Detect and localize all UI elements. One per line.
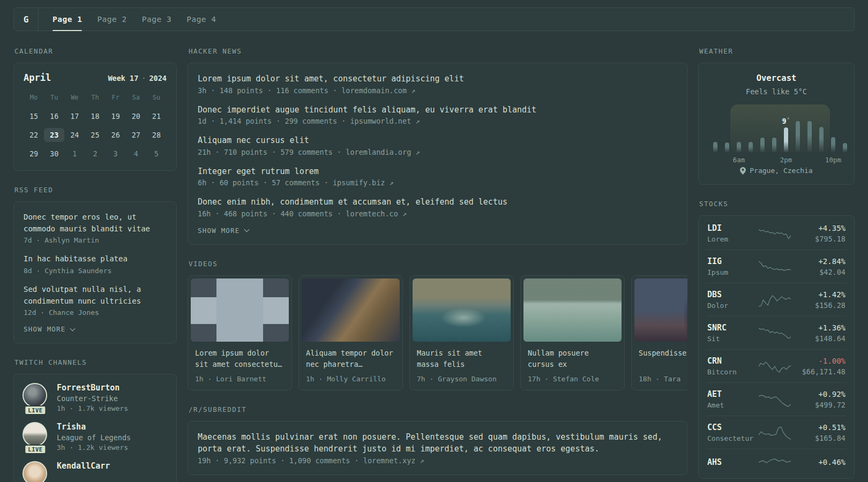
calendar-day-selected[interactable]: 23 bbox=[44, 128, 64, 142]
calendar-day[interactable]: 30 bbox=[44, 147, 64, 161]
twitch-channel-row[interactable]: KendallCarr bbox=[23, 461, 168, 482]
calendar-day[interactable]: 1 bbox=[64, 147, 85, 161]
calendar-day-header: Su bbox=[146, 92, 167, 104]
calendar-day[interactable]: 18 bbox=[85, 109, 105, 123]
calendar-day[interactable]: 5 bbox=[146, 147, 167, 161]
avatar bbox=[23, 461, 47, 482]
video-thumbnail[interactable] bbox=[191, 278, 289, 342]
stock-row[interactable]: IIG Ipsum +2.84% $42.04 bbox=[706, 250, 847, 283]
calendar-week-label: Week 17·2024 bbox=[108, 74, 167, 82]
stock-symbol[interactable]: AHS bbox=[707, 457, 759, 467]
video-title[interactable]: Lorem ipsum dolor sit amet consectetu… bbox=[195, 348, 285, 371]
stock-symbol[interactable]: AET bbox=[707, 389, 759, 399]
video-meta: 18h · Tara bbox=[639, 375, 687, 383]
stock-row[interactable]: CCS Consectetur +0.51% $165.84 bbox=[706, 416, 847, 449]
stock-row[interactable]: AHS +0.46% bbox=[706, 449, 847, 477]
video-thumbnail[interactable] bbox=[523, 278, 622, 342]
tab-page-1[interactable]: Page 1 bbox=[53, 8, 82, 31]
calendar-day[interactable]: 28 bbox=[146, 128, 167, 142]
calendar-day[interactable]: 22 bbox=[24, 128, 44, 142]
tab-page-3[interactable]: Page 3 bbox=[142, 8, 171, 31]
hn-item: Lorem ipsum dolor sit amet, consectetur … bbox=[198, 73, 677, 95]
stocks-widget: LDI Lorem +4.35% $795.18 IIG Ipsum bbox=[698, 215, 855, 479]
weather-location: Prague, Czechia bbox=[709, 167, 843, 175]
calendar-month-label: April bbox=[24, 72, 51, 83]
video-title[interactable]: Suspendisse diam bbox=[639, 348, 687, 371]
twitch-channel-row[interactable]: LIVE ForrestBurton Counter-Strike 1h · 1… bbox=[23, 383, 168, 412]
hn-item-title[interactable]: Lorem ipsum dolor sit amet, consectetur … bbox=[198, 73, 677, 85]
rss-item: Sed volutpat nulla nisl, a condimentum n… bbox=[24, 284, 167, 317]
video-card[interactable]: Lorem ipsum dolor sit amet consectetu… 1… bbox=[188, 275, 292, 390]
stock-row[interactable]: AET Amet +0.92% $499.72 bbox=[706, 383, 847, 416]
stock-symbol[interactable]: SNRC bbox=[707, 323, 759, 333]
calendar-day[interactable]: 3 bbox=[106, 147, 126, 161]
hn-item-title[interactable]: Integer eget rutrum lorem bbox=[198, 165, 677, 178]
twitch-channel-name[interactable]: Trisha bbox=[57, 422, 131, 432]
calendar-day[interactable]: 17 bbox=[64, 109, 85, 123]
dot-separator: · bbox=[138, 74, 149, 82]
calendar-day[interactable]: 25 bbox=[85, 128, 105, 142]
stock-price: $156.28 bbox=[791, 301, 845, 310]
reddit-widget: Maecenas mollis pulvinar erat non posuer… bbox=[188, 421, 687, 475]
twitch-channel-name[interactable]: ForrestBurton bbox=[57, 383, 128, 393]
video-thumbnail[interactable] bbox=[413, 278, 511, 342]
stocks-section: STOCKS LDI Lorem +4.35% $795.18 bbox=[698, 200, 855, 479]
stock-symbol[interactable]: DBS bbox=[707, 290, 759, 299]
reddit-post-title[interactable]: Maecenas mollis pulvinar erat non posuer… bbox=[198, 431, 677, 455]
calendar-day[interactable]: 21 bbox=[146, 109, 167, 123]
calendar-day[interactable]: 16 bbox=[44, 109, 64, 123]
hn-show-more-button[interactable]: SHOW MORE bbox=[198, 227, 249, 235]
calendar-day[interactable]: 20 bbox=[126, 109, 146, 123]
stock-price: $148.64 bbox=[791, 334, 845, 343]
calendar-day[interactable]: 27 bbox=[126, 128, 146, 142]
stock-row[interactable]: SNRC Sit +1.36% $148.64 bbox=[706, 317, 847, 350]
stock-row[interactable]: LDI Lorem +4.35% $795.18 bbox=[706, 217, 847, 250]
calendar-day[interactable]: 26 bbox=[106, 128, 126, 142]
stock-symbol[interactable]: CRN bbox=[707, 356, 759, 366]
stock-symbol[interactable]: IIG bbox=[707, 257, 759, 266]
app-logo[interactable]: G bbox=[14, 8, 39, 31]
calendar-widget: April Week 17·2024 MoTuWeThFrSaSu1516171… bbox=[13, 63, 177, 171]
weather-bar bbox=[749, 142, 753, 153]
calendar-day[interactable]: 4 bbox=[126, 147, 146, 161]
rss-item-title[interactable]: Donec tempor eros leo, ut commodo mauris… bbox=[24, 212, 167, 235]
rss-section: RSS FEED Donec tempor eros leo, ut commo… bbox=[13, 186, 177, 343]
calendar-day[interactable]: 2 bbox=[85, 147, 105, 161]
hn-item-title[interactable]: Donec imperdiet augue tincidunt felis al… bbox=[198, 104, 677, 116]
show-more-label: SHOW MORE bbox=[198, 227, 240, 235]
video-card[interactable]: Mauris sit amet massa felis 7h · Grayson… bbox=[409, 275, 514, 390]
videos-row: Lorem ipsum dolor sit amet consectetu… 1… bbox=[188, 275, 687, 390]
hn-item-title[interactable]: Donec enim nibh, condimentum et accumsan… bbox=[198, 196, 677, 208]
rss-show-more-button[interactable]: SHOW MORE bbox=[24, 325, 74, 333]
weather-current-temp: 9° bbox=[782, 116, 790, 125]
stock-row[interactable]: CRN Bitcorn -1.00% $66,171.48 bbox=[706, 350, 847, 383]
tab-page-4[interactable]: Page 4 bbox=[186, 8, 216, 31]
tab-page-2[interactable]: Page 2 bbox=[97, 8, 126, 31]
stock-row[interactable]: DBS Dolor +1.42% $156.28 bbox=[706, 283, 847, 317]
stock-name: Dolor bbox=[707, 302, 759, 310]
calendar-day[interactable]: 29 bbox=[24, 147, 44, 161]
video-thumbnail[interactable] bbox=[634, 278, 687, 342]
video-title[interactable]: Nullam posuere cursus ex bbox=[528, 348, 617, 371]
twitch-widget: LIVE ForrestBurton Counter-Strike 1h · 1… bbox=[13, 374, 177, 482]
video-title[interactable]: Aliquam tempor dolor nec pharetra… bbox=[306, 348, 395, 371]
twitch-channel-name[interactable]: KendallCarr bbox=[57, 461, 110, 471]
twitch-channel-row[interactable]: LIVE Trisha League of Legends 3h · 1.2k … bbox=[23, 422, 168, 451]
stock-symbol[interactable]: LDI bbox=[707, 223, 759, 233]
twitch-channel-meta: 1h · 1.7k viewers bbox=[57, 404, 128, 412]
calendar-day[interactable]: 19 bbox=[106, 109, 126, 123]
calendar-day[interactable]: 24 bbox=[64, 128, 85, 142]
rss-item-title[interactable]: Sed volutpat nulla nisl, a condimentum n… bbox=[24, 284, 167, 307]
video-thumbnail[interactable] bbox=[302, 278, 400, 342]
video-title[interactable]: Mauris sit amet massa felis bbox=[417, 348, 506, 371]
hn-item-title[interactable]: Aliquam nec cursus elit bbox=[198, 134, 677, 147]
video-card[interactable]: Nullam posuere cursus ex 17h · Stefan Co… bbox=[520, 275, 625, 390]
calendar-day[interactable]: 15 bbox=[24, 109, 44, 123]
weather-section-header: WEATHER bbox=[699, 47, 855, 55]
stock-change: +2.84% bbox=[791, 257, 845, 266]
rss-item-title[interactable]: In hac habitasse platea bbox=[24, 253, 167, 265]
video-card[interactable]: Aliquam tempor dolor nec pharetra… 1h · … bbox=[298, 275, 403, 390]
stock-symbol[interactable]: CCS bbox=[707, 423, 759, 432]
stocks-section-header: STOCKS bbox=[699, 200, 855, 208]
video-card[interactable]: Suspendisse diam 18h · Tara bbox=[631, 275, 687, 390]
